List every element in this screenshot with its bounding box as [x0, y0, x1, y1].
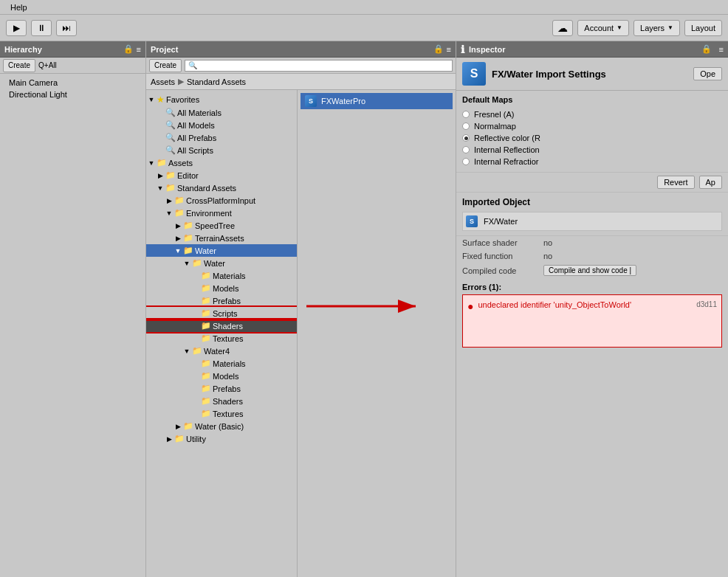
tree-terrainassets[interactable]: ▶ 📁 TerrainAssets	[146, 232, 297, 244]
project-menu-icon[interactable]: ≡	[447, 45, 451, 54]
radio-fresnel[interactable]	[462, 111, 470, 118]
search-icon-materials: 🔍	[165, 108, 176, 117]
folder-util-icon: 📁	[174, 434, 185, 443]
project-title: Project	[151, 45, 178, 54]
tree-models[interactable]: 📁 Models	[146, 282, 297, 294]
menu-help[interactable]: Help	[4, 1, 33, 13]
asset-item-fxwaterpro[interactable]: S FXWaterPro	[301, 93, 453, 109]
hierarchy-menu-icon[interactable]: ≡	[137, 45, 141, 54]
layers-arrow-icon: ▼	[667, 24, 673, 31]
default-map-reflective-label: Reflective color (R	[474, 134, 540, 142]
error-box: ● undeclared identifier 'unity_ObjectToW…	[462, 294, 722, 348]
tree-label-environment: Environment	[186, 209, 232, 218]
tree-label-prefabs2: Prefabs	[213, 384, 241, 393]
compile-show-button[interactable]: Compile and show code |	[543, 265, 636, 276]
hierarchy-item-directional-light[interactable]: Directional Light	[0, 89, 145, 100]
asset-icon-fxwaterpro: S	[305, 95, 317, 107]
folder-tex2-icon: 📁	[201, 409, 211, 418]
tree-label-scripts: Scripts	[213, 309, 238, 318]
folder-mat2-icon: 📁	[201, 359, 211, 368]
cloud-button[interactable]: ☁	[552, 20, 573, 36]
main-area: Hierarchy 🔒 ≡ Create Q+All Main Camera D…	[0, 41, 728, 577]
folder-water-sub-icon: 📁	[192, 258, 202, 268]
tree-materials2[interactable]: 📁 Materials	[146, 357, 297, 370]
prop-surface-value: no	[543, 238, 552, 247]
tree-standard-assets[interactable]: ▼ 📁 Standard Assets	[146, 182, 297, 194]
hierarchy-search-label: Q+All	[38, 61, 57, 69]
tree-editor[interactable]: ▶ 📁 Editor	[146, 169, 297, 182]
prop-fixed-label: Fixed function	[462, 252, 543, 260]
open-button[interactable]: Ope	[693, 67, 722, 80]
hierarchy-header: Hierarchy 🔒 ≡	[0, 41, 145, 58]
tree-environment[interactable]: ▼ 📁 Environment	[146, 207, 297, 219]
tree-crossplatform[interactable]: ▶ 📁 CrossPlatformInput	[146, 194, 297, 207]
tree-prefabs[interactable]: 📁 Prefabs	[146, 294, 297, 307]
triangle-util-icon: ▶	[165, 435, 173, 443]
prop-surface-label: Surface shader	[462, 238, 543, 247]
toolbar: ▶ ⏸ ⏭ ☁ Account ▼ Layers ▼ Layout	[0, 15, 728, 41]
tree-models2[interactable]: 📁 Models	[146, 370, 297, 382]
folder-basic-icon: 📁	[183, 421, 193, 431]
tree-all-models[interactable]: 🔍 All Models	[146, 119, 297, 131]
tree-water-parent[interactable]: ▼ 📁 Water	[146, 244, 297, 257]
imported-object-icon: S	[466, 215, 478, 227]
hierarchy-item-main-camera[interactable]: Main Camera	[0, 77, 145, 89]
tree-speedtree[interactable]: ▶ 📁 SpeedTree	[146, 219, 297, 232]
tree-assets[interactable]: ▼ 📁 Assets	[146, 156, 297, 169]
tree-label-water4: Water4	[204, 347, 230, 356]
default-map-internal-refraction: Internal Refractior	[462, 156, 722, 167]
hierarchy-content: Main Camera Directional Light	[0, 74, 145, 577]
menu-bar: Help	[0, 0, 728, 15]
tree-water-basic[interactable]: ▶ 📁 Water (Basic)	[146, 420, 297, 432]
breadcrumb-assets[interactable]: Assets	[151, 77, 175, 86]
tree-materials[interactable]: 📁 Materials	[146, 269, 297, 282]
tree-prefabs2[interactable]: 📁 Prefabs	[146, 382, 297, 395]
apply-button[interactable]: Ap	[699, 176, 722, 189]
tree-label-all-prefabs: All Prefabs	[177, 134, 216, 142]
play-button[interactable]: ▶	[6, 20, 27, 36]
inspector-menu-icon[interactable]: ≡	[719, 45, 724, 54]
radio-internal-refraction[interactable]	[462, 158, 470, 165]
inspector-object-icon: S	[462, 62, 486, 86]
inspector-title: Inspector	[469, 45, 506, 54]
layers-dropdown[interactable]: Layers ▼	[633, 20, 680, 36]
inspector-lock-icon[interactable]: 🔒	[701, 44, 712, 54]
tree-all-materials[interactable]: 🔍 All Materials	[146, 106, 297, 119]
tree-label-textures2: Textures	[213, 410, 244, 418]
pause-button[interactable]: ⏸	[31, 20, 52, 36]
tree-water4[interactable]: ▼ 📁 Water4	[146, 345, 297, 357]
account-dropdown[interactable]: Account ▼	[577, 20, 629, 36]
project-create-button[interactable]: Create	[149, 59, 182, 72]
default-map-normalmap: Normalmap	[462, 120, 722, 132]
radio-normalmap[interactable]	[462, 122, 470, 130]
breadcrumb-standard-assets[interactable]: Standard Assets	[187, 77, 246, 86]
tree-scripts[interactable]: 📁 Scripts	[146, 307, 297, 319]
hierarchy-create-button[interactable]: Create	[3, 59, 35, 72]
radio-internal-reflection[interactable]	[462, 146, 470, 153]
tree-utility[interactable]: ▶ 📁 Utility	[146, 432, 297, 445]
tree-all-scripts[interactable]: 🔍 All Scripts	[146, 144, 297, 156]
project-lock-icon[interactable]: 🔒	[433, 44, 444, 54]
imported-object-header: Imported Object	[462, 197, 722, 207]
tree-label-water-parent: Water	[195, 246, 216, 255]
search-icon-scripts: 🔍	[165, 145, 176, 155]
hierarchy-lock-icon[interactable]: 🔒	[123, 44, 134, 54]
radio-reflective[interactable]	[462, 134, 470, 142]
tree-shaders[interactable]: 📁 Shaders	[146, 319, 297, 332]
tree-label-crossplatform: CrossPlatformInput	[186, 196, 255, 205]
tree-label-materials2: Materials	[213, 359, 246, 368]
tree-textures[interactable]: 📁 Textures	[146, 332, 297, 345]
tree-textures2[interactable]: 📁 Textures	[146, 407, 297, 420]
layout-dropdown[interactable]: Layout	[684, 20, 722, 36]
tree-favorites[interactable]: ▼ ★ Favorites	[146, 93, 297, 106]
tree-water-sub[interactable]: ▼ 📁 Water	[146, 257, 297, 269]
triangle-standard-icon: ▼	[157, 184, 164, 192]
tree-all-prefabs[interactable]: 🔍 All Prefabs	[146, 131, 297, 144]
error-text-0: undeclared identifier 'unity_ObjectToWor…	[478, 300, 692, 309]
tree-shaders2[interactable]: 📁 Shaders	[146, 395, 297, 407]
revert-button[interactable]: Revert	[657, 176, 694, 189]
tree-label-models2: Models	[213, 372, 238, 381]
step-button[interactable]: ⏭	[56, 20, 77, 36]
asset-label-fxwaterpro: FXWaterPro	[321, 97, 365, 106]
default-map-internal-reflection: Internal Reflection	[462, 144, 722, 156]
